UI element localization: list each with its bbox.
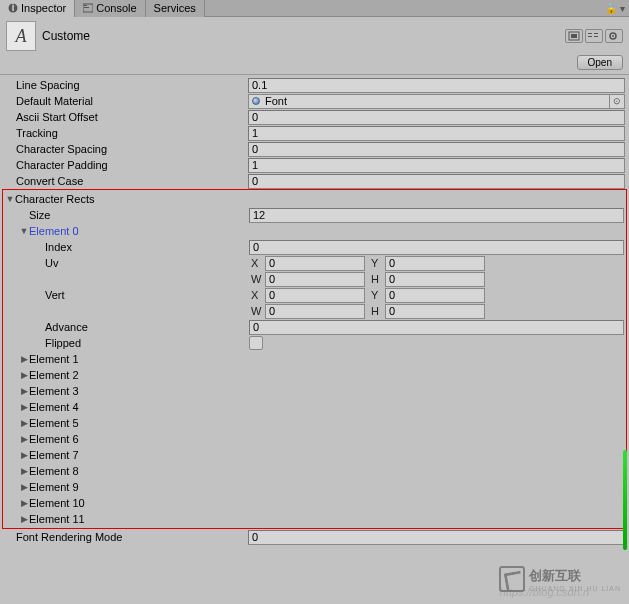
chevron-right-icon (19, 354, 29, 364)
console-icon (83, 3, 93, 13)
vert-h-input[interactable] (385, 304, 485, 319)
svg-text:i: i (11, 3, 14, 13)
w-letter: W (249, 273, 265, 285)
element-foldout[interactable]: Element 10 (5, 495, 624, 511)
chevron-right-icon (19, 466, 29, 476)
info-icon: i (8, 3, 18, 13)
foldout-label: Element 8 (29, 465, 79, 477)
character-rects-foldout[interactable]: Character Rects (5, 191, 624, 207)
watermark-url: https://blog.csdn.n (500, 586, 589, 598)
svg-rect-4 (84, 7, 89, 8)
advance-input[interactable] (249, 320, 624, 335)
line-spacing-input[interactable] (248, 78, 625, 93)
svg-rect-8 (588, 36, 592, 37)
tab-services[interactable]: Services (146, 0, 205, 17)
svg-rect-7 (588, 33, 592, 34)
element-foldout[interactable]: Element 11 (5, 511, 624, 527)
element0-foldout[interactable]: Element 0 (5, 223, 624, 239)
size-input[interactable] (249, 208, 624, 223)
foldout-label: Element 7 (29, 449, 79, 461)
highlighted-section: Character Rects Size Element 0 Index Uv … (2, 189, 627, 529)
foldout-label: Element 11 (29, 513, 85, 525)
vert-w-input[interactable] (265, 304, 365, 319)
prop-label: Convert Case (4, 175, 248, 187)
font-rendering-input[interactable] (248, 530, 625, 545)
foldout-label: Element 3 (29, 385, 79, 397)
properties-panel: Line Spacing Default Material Font ⊙ Asc… (0, 77, 629, 189)
foldout-label: Element 4 (29, 401, 79, 413)
index-input[interactable] (249, 240, 624, 255)
vert-x-input[interactable] (265, 288, 365, 303)
foldout-label: Element 6 (29, 433, 79, 445)
foldout-label: Element 5 (29, 417, 79, 429)
header-btn-2[interactable] (585, 29, 603, 43)
prop-label: Character Padding (4, 159, 248, 171)
prop-label: Ascii Start Offset (4, 111, 248, 123)
vert-y-input[interactable] (385, 288, 485, 303)
chevron-right-icon (19, 450, 29, 460)
foldout-label: Element 2 (29, 369, 79, 381)
material-field[interactable]: Font ⊙ (248, 94, 625, 109)
uv-y-input[interactable] (385, 256, 485, 271)
ascii-offset-input[interactable] (248, 110, 625, 125)
element-foldout[interactable]: Element 1 (5, 351, 624, 367)
element-foldout[interactable]: Element 6 (5, 431, 624, 447)
asset-header: A Custome (0, 17, 629, 55)
asset-name: Custome (42, 29, 559, 43)
foldout-label: Element 0 (29, 225, 79, 237)
element-foldout[interactable]: Element 7 (5, 447, 624, 463)
tab-console[interactable]: Console (75, 0, 145, 17)
element-foldout[interactable]: Element 9 (5, 479, 624, 495)
foldout-label: Element 10 (29, 497, 85, 509)
tab-inspector[interactable]: i Inspector (0, 0, 75, 17)
font-rendering-label: Font Rendering Mode (4, 531, 248, 543)
watermark-logo-icon (499, 566, 525, 592)
uv-w-input[interactable] (265, 272, 365, 287)
x-letter: X (249, 257, 265, 269)
tab-label: Console (96, 2, 136, 14)
uv-h-input[interactable] (385, 272, 485, 287)
gear-icon[interactable] (605, 29, 623, 43)
tab-label: Services (154, 2, 196, 14)
h-letter: H (369, 305, 385, 317)
svg-point-12 (612, 35, 614, 37)
y-letter: Y (369, 289, 385, 301)
element-foldout[interactable]: Element 5 (5, 415, 624, 431)
svg-rect-3 (84, 5, 87, 6)
lock-icon[interactable]: 🔒 ▾ (601, 3, 629, 14)
chevron-down-icon (5, 194, 15, 204)
prop-label: Tracking (4, 127, 248, 139)
open-button[interactable]: Open (577, 55, 623, 70)
foldout-label: Character Rects (15, 193, 94, 205)
material-value: Font (262, 94, 609, 109)
h-letter: H (369, 273, 385, 285)
prop-label: Default Material (4, 95, 248, 107)
chevron-right-icon (19, 418, 29, 428)
uv-x-input[interactable] (265, 256, 365, 271)
chevron-right-icon (19, 386, 29, 396)
index-label: Index (5, 241, 249, 253)
element-foldout[interactable]: Element 4 (5, 399, 624, 415)
chevron-right-icon (19, 514, 29, 524)
scrollbar[interactable] (623, 450, 627, 550)
prop-label: Character Spacing (4, 143, 248, 155)
element-foldout[interactable]: Element 2 (5, 367, 624, 383)
chevron-right-icon (19, 434, 29, 444)
vert-label: Vert (5, 289, 249, 301)
element-foldout[interactable]: Element 8 (5, 463, 624, 479)
svg-rect-6 (571, 34, 577, 38)
chevron-right-icon (19, 482, 29, 492)
convert-case-input[interactable] (248, 174, 625, 189)
header-btn-1[interactable] (565, 29, 583, 43)
tab-bar: i Inspector Console Services 🔒 ▾ (0, 0, 629, 17)
element-foldout[interactable]: Element 3 (5, 383, 624, 399)
watermark-brand: 创新互联 CHUANG XIN HU LIAN (499, 566, 621, 592)
flipped-checkbox[interactable] (249, 336, 263, 350)
char-spacing-input[interactable] (248, 142, 625, 157)
material-icon (248, 94, 262, 109)
y-letter: Y (369, 257, 385, 269)
svg-rect-9 (594, 33, 598, 34)
object-picker-icon[interactable]: ⊙ (609, 94, 625, 109)
char-padding-input[interactable] (248, 158, 625, 173)
tracking-input[interactable] (248, 126, 625, 141)
